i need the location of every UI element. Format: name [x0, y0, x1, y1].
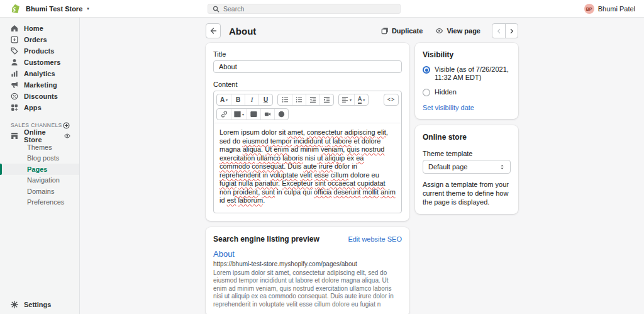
select-stepper-icon [499, 164, 505, 171]
insert-table-button[interactable]: ▾ [231, 109, 247, 120]
clear-formatting-button[interactable] [274, 109, 288, 120]
duplicate-icon [381, 27, 389, 35]
chevron-left-icon [496, 28, 502, 34]
theme-template-label: Theme template [423, 150, 511, 157]
set-visibility-date-link[interactable]: Set visibility date [423, 104, 511, 111]
numbered-list-icon [296, 96, 303, 103]
main-nav: Home Orders Products Customers Analytics… [0, 23, 79, 295]
sidebar-item-apps[interactable]: Apps [0, 102, 79, 113]
sidebar-item-settings[interactable]: Settings [0, 295, 79, 314]
storefront-icon [11, 132, 18, 140]
global-search[interactable] [208, 4, 401, 14]
sidebar-item-online-store[interactable]: Online Store [0, 130, 79, 142]
outdent-icon [309, 96, 316, 103]
add-channel-icon[interactable] [63, 122, 70, 129]
theme-template-select[interactable]: Default page [423, 160, 511, 174]
insert-video-button[interactable] [260, 109, 274, 120]
user-menu[interactable]: BP Bhumi Patel [584, 0, 635, 18]
sidebar-item-navigation[interactable]: Navigation [0, 175, 79, 186]
outdent-button[interactable] [306, 94, 319, 105]
sales-channels-label: SALES CHANNELS [11, 122, 62, 128]
page-details-card: Title Content A▾ B I U [206, 43, 409, 221]
discount-icon [11, 93, 18, 100]
seo-preview-url: https://bhumi-test-store.myshopify.com/p… [213, 261, 402, 267]
view-page-button[interactable]: View page [430, 25, 486, 37]
bar-chart-icon [11, 70, 18, 77]
editor-toolbar: A▾ B I U [214, 91, 401, 123]
sidebar-item-preferences[interactable]: Preferences [0, 197, 79, 208]
visibility-card: Visibility Visible (as of 7/26/2021, 11:… [415, 43, 518, 119]
ban-icon [278, 111, 285, 118]
arrow-left-icon [209, 27, 217, 35]
underline-button[interactable]: U [258, 94, 272, 105]
insert-link-button[interactable] [217, 109, 231, 120]
bold-button[interactable]: B [231, 94, 245, 105]
store-name: Bhumi Test Store [26, 5, 82, 13]
image-icon [250, 111, 257, 118]
home-icon [11, 25, 18, 32]
text-style-button[interactable]: A▾ [217, 94, 231, 105]
numbered-list-button[interactable] [292, 94, 306, 105]
page-header: About Duplicate View page [206, 23, 518, 38]
sidebar-item-home[interactable]: Home [0, 23, 79, 34]
orders-icon [11, 36, 18, 43]
chevron-down-icon: ▾ [350, 98, 352, 102]
topbar: Bhumi Test Store ▾ BP Bhumi Patel [0, 0, 644, 18]
bulleted-list-icon [282, 96, 289, 103]
title-input[interactable] [213, 60, 402, 73]
chevron-down-icon: ▾ [242, 112, 244, 116]
alignment-button[interactable]: ▾ [339, 94, 354, 105]
next-page-button[interactable] [505, 24, 518, 38]
align-left-icon [341, 96, 348, 103]
sidebar-item-pages[interactable]: Pages [0, 164, 79, 175]
chevron-right-icon [509, 28, 514, 34]
seo-preview-title[interactable]: About [213, 249, 402, 259]
online-store-heading: Online store [423, 133, 511, 142]
sidebar-item-blog-posts[interactable]: Blog posts [0, 153, 79, 164]
view-icon [435, 27, 443, 35]
sidebar-item-orders[interactable]: Orders [0, 34, 79, 45]
sidebar-item-products[interactable]: Products [0, 45, 79, 57]
sidebar-item-discounts[interactable]: Discounts [0, 91, 79, 102]
sidebar-item-analytics[interactable]: Analytics [0, 68, 79, 79]
chevron-down-icon: ▾ [226, 98, 228, 102]
eye-icon[interactable] [64, 132, 70, 140]
megaphone-icon [11, 81, 18, 89]
chevron-down-icon: ▾ [87, 6, 89, 11]
main-area: About Duplicate View page [80, 18, 644, 314]
person-icon [11, 59, 18, 66]
sidebar-item-domains[interactable]: Domains [0, 186, 79, 197]
duplicate-button[interactable]: Duplicate [376, 25, 428, 37]
text-color-button[interactable]: A▾ [354, 94, 368, 105]
radio-selected-icon[interactable] [423, 66, 430, 74]
italic-button[interactable]: I [245, 94, 258, 105]
previous-page-button[interactable] [492, 24, 505, 38]
visibility-option-visible[interactable]: Visible (as of 7/26/2021, 11:32 AM EDT) [423, 65, 511, 82]
html-code-button[interactable]: <> [384, 94, 398, 105]
sidebar-item-themes[interactable]: Themes [0, 142, 79, 153]
edit-website-seo-link[interactable]: Edit website SEO [348, 235, 402, 243]
seo-preview-card: Search engine listing preview Edit websi… [206, 227, 409, 314]
sidebar: Home Orders Products Customers Analytics… [0, 18, 80, 314]
search-input[interactable] [223, 5, 396, 13]
visibility-option-hidden[interactable]: Hidden [423, 88, 511, 96]
indent-button[interactable] [319, 94, 333, 105]
record-pagination [492, 23, 518, 38]
sidebar-item-marketing[interactable]: Marketing [0, 79, 79, 91]
bulleted-list-button[interactable] [278, 94, 292, 105]
seo-card-heading: Search engine listing preview [213, 235, 319, 244]
video-icon [264, 111, 271, 118]
rich-text-editor: A▾ B I U [213, 91, 402, 213]
page-title: About [229, 26, 256, 36]
link-icon [221, 111, 228, 118]
chevron-down-icon: ▾ [363, 98, 365, 102]
back-button[interactable] [206, 23, 221, 38]
content-label: Content [213, 81, 402, 88]
radio-unselected-icon[interactable] [423, 89, 430, 96]
visibility-heading: Visibility [423, 50, 511, 59]
insert-image-button[interactable] [247, 109, 260, 120]
content-editor-text[interactable]: Lorem ipsum dolor sit amet, consectetur … [214, 123, 401, 213]
gear-icon [11, 301, 18, 308]
store-switcher[interactable]: Bhumi Test Store ▾ [0, 4, 89, 14]
sidebar-item-customers[interactable]: Customers [0, 57, 79, 68]
